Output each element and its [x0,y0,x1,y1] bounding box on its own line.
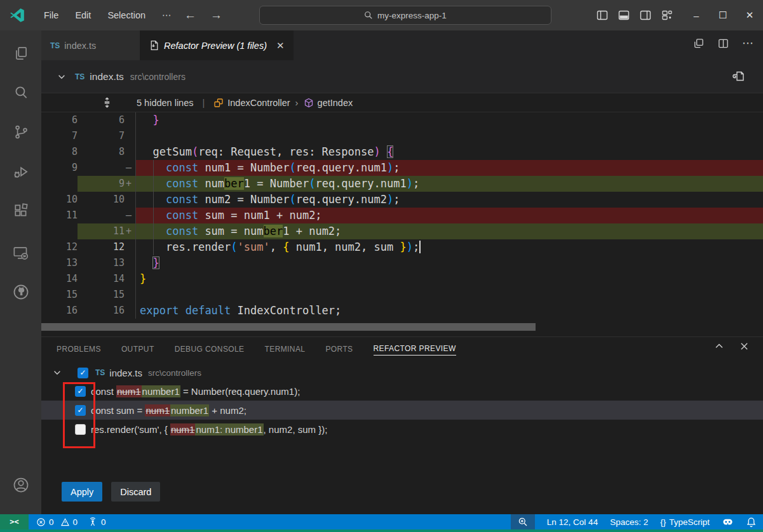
code-line-12[interactable]: 1212 res.render('sum', { num1, num2, sum… [41,239,763,255]
tab-label: index.ts [64,41,96,51]
extensions-icon[interactable] [0,196,41,226]
remote-indicator[interactable]: >< [0,514,29,529]
customize-layout-icon[interactable] [661,9,673,22]
open-file-icon[interactable] [731,69,745,83]
code-line-9[interactable]: 9+ const number1 = Number(req.query.num1… [41,176,763,192]
refactor-change-row-2[interactable]: ✓const sum = num1number1 + num2; [41,401,763,420]
unfold-icon[interactable] [102,97,112,108]
menu-edit[interactable]: Edit [67,7,99,23]
breadcrumb-class[interactable]: IndexController [213,98,290,108]
tab-debug-console[interactable]: DEBUG CONSOLE [175,345,245,356]
menu-selection[interactable]: Selection [99,7,154,23]
problems-status[interactable]: 0 0 [36,517,78,527]
gutter-modified-line-number: 8 [78,144,125,160]
forward-arrow-icon[interactable]: → [210,8,222,22]
menu-more[interactable]: ⋯ [154,7,180,23]
chevron-down-icon[interactable] [53,368,62,377]
layout-controls [596,0,673,30]
run-debug-icon[interactable] [0,156,41,187]
close-button[interactable]: ✕ [736,0,763,30]
horizontal-scrollbar[interactable] [41,323,536,331]
minimize-button[interactable]: – [683,0,710,30]
panel-actions [714,341,749,351]
maximize-button[interactable]: ☐ [710,0,736,30]
split-editor-icon[interactable] [717,37,729,50]
gutter-original-line-number: 10 [41,192,78,208]
menu-file[interactable]: File [36,7,67,23]
tab-refactor-preview[interactable]: Refactor Preview (1 files) ✕ [140,30,294,60]
code-text: const num1 = Number(req.query.num1); [135,160,763,176]
discard-button[interactable]: Discard [111,482,160,502]
code-line-10[interactable]: 1010 const num2 = Number(req.query.num2)… [41,192,763,208]
tab-index-ts[interactable]: TS index.ts [41,30,140,60]
activity-bar [0,30,41,514]
github-icon[interactable] [0,277,41,307]
gutter-original-line-number: 9 [41,160,78,176]
toggle-sidebar-icon[interactable] [596,9,609,22]
code-line-13[interactable]: 1313 } [41,255,763,271]
toggle-secondary-sidebar-icon[interactable] [639,9,652,22]
explorer-icon[interactable] [0,38,41,69]
refactor-preview-tree: ✓ TS index.ts src\controllers ✓const num… [41,364,763,439]
ports-status[interactable]: 0 [88,517,106,527]
language-mode[interactable]: {} TypeScript [660,517,710,527]
tab-close-icon[interactable]: ✕ [276,40,285,51]
maximize-panel-icon[interactable] [714,341,724,351]
gutter-diff-sign [125,255,135,271]
code-text: const sum = num1 + num2; [135,208,763,223]
search-view-icon[interactable] [0,77,41,108]
code-text: const sum = number1 + num2; [135,223,763,239]
accounts-icon[interactable] [0,470,41,500]
window-bottom-edge [0,529,763,532]
code-line-16[interactable]: 1616export default IndexController; [41,303,763,319]
error-count: 0 [49,517,54,527]
code-line-14[interactable]: 1414} [41,271,763,287]
gutter-modified-line-number: 12 [78,239,125,255]
gutter-diff-sign [125,271,135,287]
file-checkbox[interactable]: ✓ [78,368,88,378]
diff-file-name: index.ts [90,71,123,83]
change-checkbox[interactable] [75,424,86,435]
change-checkbox[interactable]: ✓ [75,405,86,416]
source-control-icon[interactable] [0,117,41,147]
tab-problems[interactable]: PROBLEMS [57,345,101,356]
remote-explorer-icon[interactable] [0,237,41,268]
cursor-position[interactable]: Ln 12, Col 44 [547,517,598,527]
code-line-11[interactable]: 11+ const sum = number1 + num2; [41,223,763,239]
change-checkbox[interactable]: ✓ [75,386,86,397]
code-line-7[interactable]: 77 [41,128,763,144]
breadcrumb-method[interactable]: getIndex [304,98,353,108]
code-line-11[interactable]: 11– const sum = num1 + num2; [41,208,763,223]
gutter-original-line-number: 8 [41,144,78,160]
diff-file-header[interactable]: TS index.ts src\controllers [41,60,763,93]
editor-tab-bar: TS index.ts Refactor Preview (1 files) ✕ [41,30,763,60]
code-line-15[interactable]: 1515 [41,287,763,303]
tab-refactor-preview[interactable]: REFACTOR PREVIEW [374,344,456,356]
refactor-change-row-1[interactable]: ✓const num1number1 = Number(req.query.nu… [41,382,763,401]
more-actions-icon[interactable]: ⋯ [742,36,754,50]
tab-terminal[interactable]: TERMINAL [265,345,306,356]
tab-output[interactable]: OUTPUT [121,345,154,356]
code-line-6[interactable]: 66 } [41,112,763,128]
code-line-8[interactable]: 88 getSum(req: Request, res: Response) { [41,144,763,160]
close-panel-icon[interactable] [739,342,749,351]
hidden-lines-label[interactable]: 5 hidden lines [137,98,194,108]
tree-file-path: src\controllers [148,368,201,378]
tree-file-name: index.ts [109,368,142,378]
warning-count: 0 [73,517,78,527]
refactor-change-row-3[interactable]: res.render('sum', { num1num1: number1, n… [41,420,763,439]
open-changes-icon[interactable] [692,37,705,50]
code-line-9[interactable]: 9– const num1 = Number(req.query.num1); [41,160,763,176]
notifications-bell-icon[interactable] [746,517,757,528]
back-arrow-icon[interactable]: ← [184,8,196,22]
warning-icon [60,517,70,527]
tree-file-row[interactable]: ✓ TS index.ts src\controllers [41,364,763,382]
zoom-status[interactable] [511,514,535,529]
toggle-panel-icon[interactable] [618,9,630,22]
apply-button[interactable]: Apply [62,482,102,502]
command-center-search[interactable]: my-express-app-1 [259,6,551,25]
tab-ports[interactable]: PORTS [325,345,353,356]
indentation[interactable]: Spaces: 2 [610,517,648,527]
copilot-icon[interactable] [722,516,734,528]
chevron-down-icon[interactable] [57,72,66,81]
